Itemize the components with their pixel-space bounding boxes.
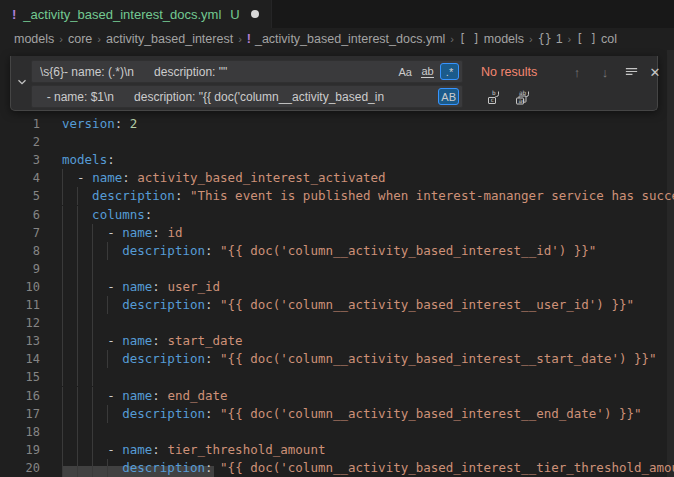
code-text: description: "{{ doc('column__activity_b… [62,350,657,368]
code-text: - name: tier_threshold_amount [62,441,325,459]
close-find-widget-button[interactable]: ✕ [645,64,665,82]
indent-guide [107,405,108,423]
breadcrumb-separator-icon: › [59,33,63,45]
code-line[interactable]: 14 description: "{{ doc('column__activit… [0,350,674,368]
replace-all-button[interactable]: ab ac [513,88,533,106]
vscode-window: ! _activity_based_interest_docs.yml U mo… [0,0,674,477]
line-number: 12 [0,314,40,332]
breadcrumb-label: models [484,32,524,46]
breadcrumb-item[interactable]: !_activity_based_interest_docs.yml [247,32,446,46]
line-number: 14 [0,350,40,368]
indent-guide [62,224,63,242]
next-match-button[interactable]: ↓ [595,64,615,82]
symbol-array-icon: [ ] [576,32,597,46]
indent-guide [92,278,93,296]
code-line[interactable]: 15 [0,368,674,386]
breadcrumb-item[interactable]: models [14,32,54,46]
indent-guide [62,260,63,278]
code-text: description: "{{ doc('column__activity_b… [62,459,674,477]
editor-pane[interactable]: 1version: 223models:4 - name: activity_b… [0,50,674,477]
git-untracked-badge: U [230,7,239,22]
indent-guide [62,187,63,205]
unsaved-dot-icon[interactable] [251,10,259,18]
indent-guide [92,368,93,386]
breadcrumb-separator-icon: › [529,33,533,45]
breadcrumb-item[interactable]: {}1 [538,32,563,46]
svg-text:ac: ac [518,97,526,104]
indent-guide [77,387,78,405]
yaml-file-icon: ! [12,7,16,22]
code-line[interactable]: 7 - name: id [0,224,674,242]
indent-guide [77,187,78,205]
toggle-replace-chevron-icon[interactable] [14,75,30,91]
breadcrumb-separator-icon: › [450,33,454,45]
indent-guide [92,242,93,260]
replace-button[interactable]: b c [485,88,505,106]
indent-guide [77,459,78,477]
breadcrumb-item[interactable]: [ ]col [576,32,617,46]
indent-guide [77,405,78,423]
code-line[interactable]: 2 [0,133,674,151]
breadcrumb-separator-icon: › [97,33,101,45]
code-text: - name: start_date [62,332,243,350]
code-text: - name: end_date [62,387,228,405]
code-text: version: 2 [62,115,137,133]
previous-match-button[interactable]: ↑ [567,64,587,82]
indent-guide [77,260,78,278]
indent-guide [92,387,93,405]
indent-guide [62,206,63,224]
breadcrumb-item[interactable]: [ ]models [459,32,524,46]
code-line[interactable]: 13 - name: start_date [0,332,674,350]
svg-text:c: c [491,96,495,103]
code-line[interactable]: 6 columns: [0,206,674,224]
breadcrumb-item[interactable]: core [68,32,92,46]
indent-guide [77,332,78,350]
code-text: description: "{{ doc('column__activity_b… [62,405,642,423]
code-line[interactable]: 8 description: "{{ doc('column__activity… [0,242,674,260]
tab-filename: _activity_based_interest_docs.yml [23,7,221,22]
line-number: 18 [0,423,40,441]
code-line[interactable]: 11 description: "{{ doc('column__activit… [0,296,674,314]
find-in-selection-button[interactable] [621,64,641,82]
code-line[interactable]: 19 - name: tier_threshold_amount [0,441,674,459]
tab-bar: ! _activity_based_interest_docs.yml U [0,0,674,28]
indent-guide [77,423,78,441]
indent-guide [77,206,78,224]
match-case-toggle[interactable]: Aa [396,63,415,80]
code-line[interactable]: 16 - name: end_date [0,387,674,405]
whole-word-toggle[interactable]: ab [418,63,437,80]
code-line[interactable]: 9 [0,260,674,278]
breadcrumb-item[interactable]: activity_based_interest [106,32,233,46]
indent-guide [62,405,63,423]
indent-guide [92,314,93,332]
indent-guide [77,368,78,386]
replace-input[interactable] [32,86,462,107]
code-line[interactable]: 17 description: "{{ doc('column__activit… [0,405,674,423]
code-line[interactable]: 18 [0,423,674,441]
indent-guide [77,441,78,459]
line-number: 8 [0,242,40,260]
replace-input-container: AB [31,85,463,108]
regex-toggle[interactable]: .* [440,63,459,80]
code-text: models: [62,151,115,169]
line-number: 17 [0,405,40,423]
indent-guide [77,242,78,260]
breadcrumb-label: activity_based_interest [106,32,233,46]
svg-text:ab: ab [519,89,527,96]
code-line[interactable]: 12 [0,314,674,332]
code-line[interactable]: 10 - name: user_id [0,278,674,296]
indent-guide [92,405,93,423]
find-toggles: Aa ab .* [396,63,459,80]
code-line[interactable]: 5 description: "This event is published … [0,187,674,205]
symbol-array-icon: [ ] [459,32,480,46]
replace-toggles: AB [438,88,459,105]
code-line[interactable]: 4 - name: activity_based_interest_activa… [0,169,674,187]
code-line[interactable]: 20 description: "{{ doc('column__activit… [0,459,674,477]
breadcrumb-separator-icon: › [568,33,572,45]
tab-active-file[interactable]: ! _activity_based_interest_docs.yml U [0,0,272,28]
preserve-case-toggle[interactable]: AB [438,88,459,105]
code-line[interactable]: 1version: 2 [0,115,674,133]
code-text: columns: [62,206,152,224]
indent-guide [92,260,93,278]
code-line[interactable]: 3models: [0,151,674,169]
